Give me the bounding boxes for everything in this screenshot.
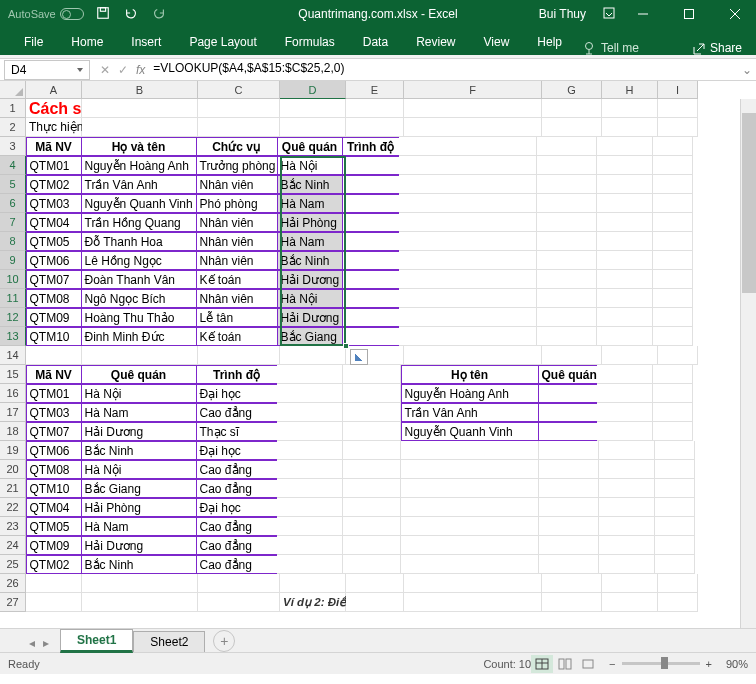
- row-head-11[interactable]: 11: [0, 289, 26, 308]
- cell[interactable]: [342, 175, 400, 194]
- cell[interactable]: [399, 156, 537, 175]
- cell[interactable]: Lễ tân: [196, 308, 278, 327]
- cell[interactable]: [537, 175, 597, 194]
- cell[interactable]: QTM05: [26, 232, 82, 251]
- cell[interactable]: [401, 441, 539, 460]
- col-head-B[interactable]: B: [82, 81, 198, 99]
- cell[interactable]: Họ và tên: [81, 137, 197, 156]
- cell[interactable]: [342, 327, 400, 346]
- cell[interactable]: Hà Nội: [81, 460, 197, 479]
- cell[interactable]: [342, 213, 400, 232]
- cell[interactable]: [653, 289, 693, 308]
- cell[interactable]: [653, 194, 693, 213]
- cell[interactable]: [542, 574, 602, 593]
- cell[interactable]: [401, 498, 539, 517]
- cell[interactable]: Trần Vân Anh: [401, 403, 539, 422]
- cell[interactable]: Đại học: [196, 384, 278, 403]
- row-head-10[interactable]: 10: [0, 270, 26, 289]
- cell[interactable]: [399, 327, 537, 346]
- tab-home[interactable]: Home: [57, 29, 117, 55]
- tab-review[interactable]: Review: [402, 29, 469, 55]
- cell[interactable]: Mã NV: [26, 365, 82, 384]
- col-head-I[interactable]: I: [658, 81, 698, 99]
- cell[interactable]: Cao đẳng: [196, 460, 278, 479]
- row-head-17[interactable]: 17: [0, 403, 26, 422]
- cell[interactable]: Cao đẳng: [196, 403, 278, 422]
- cell[interactable]: [599, 498, 655, 517]
- cell[interactable]: [399, 175, 537, 194]
- row-head-19[interactable]: 19: [0, 441, 26, 460]
- cell[interactable]: QTM05: [26, 517, 82, 536]
- cell[interactable]: Hải Dương: [277, 308, 343, 327]
- cell[interactable]: [198, 574, 280, 593]
- cell[interactable]: [401, 555, 539, 574]
- cell[interactable]: [399, 137, 537, 156]
- cell[interactable]: Lê Hồng Ngọc: [81, 251, 197, 270]
- cell[interactable]: [277, 441, 343, 460]
- save-icon[interactable]: [96, 6, 110, 22]
- cell[interactable]: QTM02: [26, 555, 82, 574]
- row-head-9[interactable]: 9: [0, 251, 26, 270]
- cell[interactable]: [26, 593, 82, 612]
- view-normal-icon[interactable]: [531, 655, 553, 673]
- cell[interactable]: Hà Nội: [81, 384, 197, 403]
- cell[interactable]: Đinh Minh Đức: [81, 327, 197, 346]
- cell[interactable]: [342, 289, 400, 308]
- cell[interactable]: [342, 156, 400, 175]
- cell[interactable]: [538, 422, 598, 441]
- cell[interactable]: [342, 270, 400, 289]
- row-head-1[interactable]: 1: [0, 99, 26, 118]
- cell[interactable]: [342, 232, 400, 251]
- cell[interactable]: [399, 270, 537, 289]
- cell[interactable]: Hải Dương: [277, 270, 343, 289]
- cell[interactable]: [653, 365, 693, 384]
- cell[interactable]: QTM02: [26, 175, 82, 194]
- cell[interactable]: [82, 574, 198, 593]
- cell[interactable]: [343, 498, 401, 517]
- cell[interactable]: [597, 175, 653, 194]
- cell[interactable]: [277, 536, 343, 555]
- sheet-nav[interactable]: ◂▸: [26, 634, 52, 652]
- cell[interactable]: [399, 289, 537, 308]
- cell[interactable]: QTM06: [26, 441, 82, 460]
- cell[interactable]: Hà Nam: [81, 403, 197, 422]
- cell[interactable]: [539, 460, 599, 479]
- row-head-18[interactable]: 18: [0, 422, 26, 441]
- row-head-27[interactable]: 27: [0, 593, 26, 612]
- cell[interactable]: [599, 517, 655, 536]
- cell[interactable]: Hải Phòng: [81, 498, 197, 517]
- cell[interactable]: Cao đẳng: [196, 555, 278, 574]
- cell[interactable]: [401, 479, 539, 498]
- vertical-scrollbar[interactable]: [740, 99, 756, 628]
- expand-formula-icon[interactable]: ⌄: [738, 63, 756, 77]
- cell[interactable]: Bắc Ninh: [277, 251, 343, 270]
- cell[interactable]: [537, 137, 597, 156]
- cell[interactable]: [597, 384, 653, 403]
- redo-icon[interactable]: [152, 6, 166, 22]
- cell[interactable]: [343, 384, 401, 403]
- cell[interactable]: [655, 479, 695, 498]
- cell[interactable]: Quê quán: [277, 137, 343, 156]
- cell[interactable]: QTM09: [26, 536, 82, 555]
- cell[interactable]: [658, 593, 698, 612]
- view-page-layout-icon[interactable]: [554, 655, 576, 673]
- tab-insert[interactable]: Insert: [117, 29, 175, 55]
- cell[interactable]: [597, 137, 653, 156]
- row-head-15[interactable]: 15: [0, 365, 26, 384]
- cell[interactable]: [602, 593, 658, 612]
- cell[interactable]: Bắc Ninh: [81, 555, 197, 574]
- cell[interactable]: Đoàn Thanh Vân: [81, 270, 197, 289]
- cell[interactable]: [653, 156, 693, 175]
- name-box[interactable]: D4: [4, 60, 90, 80]
- cell[interactable]: [343, 365, 401, 384]
- cell[interactable]: [346, 574, 404, 593]
- cell[interactable]: [343, 536, 401, 555]
- cell[interactable]: [599, 460, 655, 479]
- cell[interactable]: [343, 403, 401, 422]
- cell[interactable]: Thạc sĩ: [196, 422, 278, 441]
- cell[interactable]: [539, 441, 599, 460]
- close-button[interactable]: [714, 0, 756, 27]
- cell[interactable]: [346, 118, 404, 137]
- formula-input[interactable]: =VLOOKUP($A4,$A$15:$C$25,2,0): [147, 60, 738, 80]
- cell[interactable]: QTM08: [26, 460, 82, 479]
